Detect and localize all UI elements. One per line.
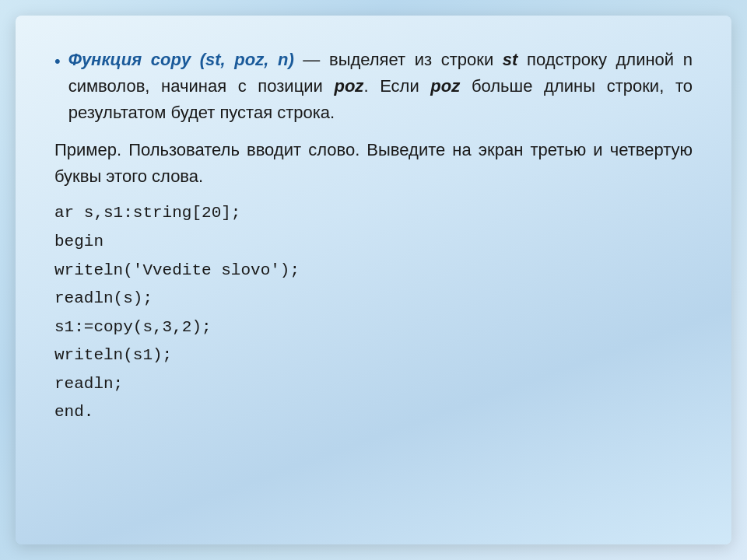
slide-container: • Функция copy (st, poz, n) — выделяет и…: [16, 16, 731, 544]
st-label: st: [503, 50, 518, 69]
func-desc-1: — выделяет из строки: [294, 50, 503, 69]
bullet-icon: •: [54, 48, 61, 75]
code-line-3: writeln('Vvedite slovo');: [54, 258, 693, 284]
bullet-text-1: Функция copy (st, poz, n) — выделяет из …: [68, 47, 693, 126]
code-section: ar s,s1:string[20]; begin writeln('Vvedi…: [54, 201, 693, 425]
content-area: • Функция copy (st, poz, n) — выделяет и…: [54, 47, 693, 429]
bullet-item-1: • Функция copy (st, poz, n) — выделяет и…: [54, 47, 693, 126]
code-line-2: begin: [54, 229, 693, 255]
code-line-6: writeln(s1);: [54, 343, 693, 369]
paragraph-1: Пример. Пользователь вводит слово. Вывед…: [54, 137, 693, 190]
func-name: Функция copy (st, poz, n): [68, 50, 294, 69]
poz-label-2: poz: [430, 76, 460, 96]
poz-label: poz: [334, 76, 363, 96]
code-line-1: ar s,s1:string[20];: [54, 201, 693, 226]
paragraph-1-text: Пример. Пользователь вводит слово. Вывед…: [54, 140, 693, 186]
code-line-7: readln;: [54, 372, 693, 397]
code-line-5: s1:=copy(s,3,2);: [54, 315, 693, 341]
func-desc-3: . Если: [363, 76, 430, 96]
code-line-8: end.: [54, 400, 693, 425]
code-line-4: readln(s);: [54, 286, 693, 312]
